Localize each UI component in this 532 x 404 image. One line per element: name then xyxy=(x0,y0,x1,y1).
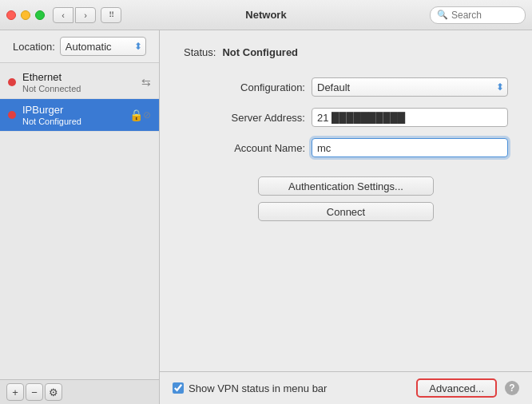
configuration-select-wrap: Default ⬍ xyxy=(312,77,508,97)
advanced-button[interactable]: Advanced... xyxy=(416,378,497,398)
close-button[interactable] xyxy=(6,10,16,20)
vpn-icon: ⊘ xyxy=(143,109,151,121)
ethernet-arrows-icon: ⇆ xyxy=(141,76,151,89)
ipburger-info: IPBurger Not Configured xyxy=(22,104,129,126)
configuration-row: Configuration: Default ⬍ xyxy=(184,77,508,97)
window-title: Network xyxy=(245,9,286,21)
remove-network-button[interactable]: − xyxy=(26,383,43,401)
nav-buttons: ‹ › xyxy=(53,7,96,23)
server-address-row: Server Address: xyxy=(184,108,508,127)
right-panel: Status: Not Configured Configuration: De… xyxy=(160,30,532,404)
server-address-field xyxy=(312,108,508,127)
show-vpn-label: Show VPN status in menu bar xyxy=(189,382,327,394)
status-value: Not Configured xyxy=(222,46,298,58)
account-name-row: Account Name: xyxy=(184,138,508,157)
configuration-label: Configuration: xyxy=(184,81,312,93)
server-address-label: Server Address: xyxy=(184,112,312,124)
help-button[interactable]: ? xyxy=(505,381,519,395)
search-input[interactable] xyxy=(451,10,523,21)
auth-settings-button[interactable]: Authentication Settings... xyxy=(258,176,434,196)
status-row: Status: Not Configured xyxy=(184,46,508,58)
titlebar: ‹ › ⠿ Network 🔍 xyxy=(0,0,532,30)
location-select[interactable]: Automatic xyxy=(60,37,146,56)
configuration-select[interactable]: Default xyxy=(312,77,508,97)
search-box[interactable]: 🔍 xyxy=(430,6,526,24)
traffic-lights xyxy=(6,10,45,20)
account-name-input[interactable] xyxy=(312,138,508,157)
bottom-bar: Show VPN status in menu bar Advanced... … xyxy=(160,371,532,404)
main-container: Location: Automatic ⬍ Ethernet Not Conne… xyxy=(0,30,532,404)
sidebar-item-ethernet[interactable]: Ethernet Not Connected ⇆ xyxy=(0,66,159,99)
account-name-label: Account Name: xyxy=(184,142,312,154)
account-name-field xyxy=(312,138,508,157)
search-icon: 🔍 xyxy=(437,10,448,20)
ethernet-name: Ethernet xyxy=(22,71,138,83)
network-list: Ethernet Not Connected ⇆ IPBurger Not Co… xyxy=(0,63,159,379)
show-vpn-checkbox-wrap: Show VPN status in menu bar xyxy=(173,382,327,394)
minimize-button[interactable] xyxy=(21,10,30,20)
panel-content: Status: Not Configured Configuration: De… xyxy=(160,30,532,371)
connect-button[interactable]: Connect xyxy=(258,202,434,221)
forward-button[interactable]: › xyxy=(75,7,96,23)
ipburger-status-dot xyxy=(8,111,16,119)
show-vpn-checkbox[interactable] xyxy=(173,382,184,394)
ethernet-status: Not Connected xyxy=(22,84,138,93)
sidebar: Location: Automatic ⬍ Ethernet Not Conne… xyxy=(0,30,160,404)
grid-button[interactable]: ⠿ xyxy=(101,7,121,23)
back-button[interactable]: ‹ xyxy=(53,7,73,23)
ethernet-info: Ethernet Not Connected xyxy=(22,71,138,93)
maximize-button[interactable] xyxy=(35,10,45,20)
ipburger-name: IPBurger xyxy=(22,104,129,116)
action-buttons: Authentication Settings... Connect xyxy=(184,176,508,221)
sidebar-item-ipburger[interactable]: IPBurger Not Configured 🔒 ⊘ xyxy=(0,99,159,132)
configuration-field: Default ⬍ xyxy=(312,77,508,97)
location-select-wrap: Automatic ⬍ xyxy=(60,37,146,56)
location-label: Location: xyxy=(13,41,55,53)
ipburger-status: Not Configured xyxy=(22,117,129,126)
network-settings-button[interactable]: ⚙ xyxy=(45,383,62,401)
ipburger-icons: 🔒 ⊘ xyxy=(129,109,151,121)
status-label: Status: xyxy=(184,46,216,58)
lock-icon: 🔒 xyxy=(129,109,143,121)
add-network-button[interactable]: + xyxy=(6,383,24,401)
server-address-input[interactable] xyxy=(312,108,508,127)
ethernet-status-dot xyxy=(8,78,16,86)
sidebar-toolbar: + − ⚙ xyxy=(0,379,159,404)
location-bar: Location: Automatic ⬍ xyxy=(0,30,159,63)
